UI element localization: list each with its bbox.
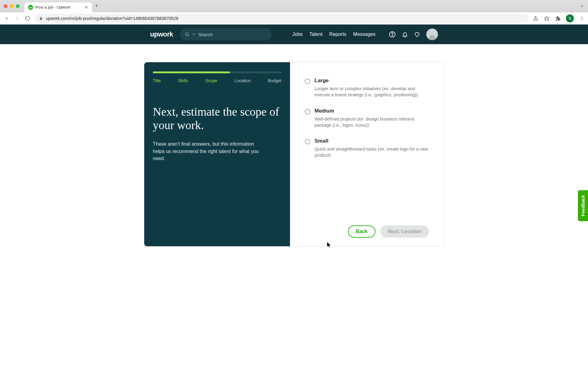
- favicon-icon: up: [28, 5, 33, 10]
- window-controls: [4, 4, 20, 8]
- help-icon[interactable]: [389, 31, 396, 38]
- bell-icon[interactable]: [402, 31, 408, 37]
- wizard-card: Title Skills Scope Location Budget Next,…: [144, 62, 444, 247]
- minimize-window-icon[interactable]: [10, 4, 13, 8]
- profile-chip[interactable]: S: [566, 14, 574, 22]
- tab-title: Post a job - Upwork: [36, 5, 70, 10]
- option-desc: Quick and straightforward tasks (ex. cre…: [315, 146, 429, 159]
- step-title: Title: [153, 78, 161, 83]
- feedback-tab[interactable]: Feedback: [578, 190, 588, 221]
- search-input[interactable]: Search: [180, 28, 272, 40]
- chevron-down-icon[interactable]: [192, 33, 196, 36]
- svg-point-3: [582, 18, 582, 19]
- step-location: Location: [235, 78, 251, 83]
- extensions-icon[interactable]: [555, 16, 560, 21]
- progress-fill: [153, 71, 230, 73]
- option-desc: Well-defined projects (ex. design busine…: [315, 116, 429, 128]
- radio-icon[interactable]: [305, 79, 310, 84]
- forward-icon[interactable]: [14, 16, 20, 21]
- browser-action-icons: S: [533, 14, 584, 22]
- browser-tab[interactable]: up Post a job - Upwork ✕: [24, 2, 92, 12]
- scope-option-small[interactable]: Small Quick and straightforward tasks (e…: [305, 138, 429, 159]
- back-button[interactable]: Back: [348, 225, 375, 238]
- search-icon: [185, 32, 190, 37]
- progress-bar: [153, 71, 281, 73]
- page-subtitle: These aren't final answers, but this inf…: [153, 140, 263, 162]
- step-scope: Scope: [205, 78, 217, 83]
- browser-tab-strip: up Post a job - Upwork ✕ +: [0, 0, 588, 12]
- avatar[interactable]: [426, 29, 438, 40]
- svg-point-5: [186, 33, 188, 36]
- radio-icon[interactable]: [305, 139, 310, 144]
- step-labels: Title Skills Scope Location Budget: [153, 78, 281, 83]
- wizard-sidebar: Title Skills Scope Location Budget Next,…: [144, 62, 290, 246]
- kebab-menu-icon[interactable]: [579, 16, 584, 21]
- browser-address-bar: upwork.com/nx/job-post/regular/duration?…: [0, 12, 588, 25]
- option-title: Small: [315, 138, 429, 144]
- nav-link-talent[interactable]: Talent: [309, 32, 322, 37]
- svg-marker-7: [193, 34, 195, 35]
- page-title: Next, estimate the scope of your work.: [153, 105, 281, 132]
- radio-icon[interactable]: [305, 109, 310, 114]
- bookmark-star-icon[interactable]: [544, 16, 549, 21]
- svg-marker-1: [545, 16, 549, 20]
- next-button[interactable]: Next: Location: [380, 225, 429, 238]
- nav-link-messages[interactable]: Messages: [353, 32, 375, 37]
- wizard-actions: Back Next: Location: [305, 225, 429, 238]
- logo[interactable]: upwork: [150, 30, 173, 38]
- back-icon[interactable]: [4, 16, 10, 21]
- tab-list-dropdown-icon[interactable]: [580, 4, 584, 8]
- scope-option-medium[interactable]: Medium Well-defined projects (ex. design…: [305, 108, 429, 128]
- step-budget: Budget: [268, 78, 281, 83]
- wizard-content: Large Longer term or complex initiatives…: [290, 62, 444, 246]
- share-icon[interactable]: [533, 16, 538, 21]
- option-title: Medium: [315, 108, 429, 114]
- lock-icon: [39, 17, 43, 20]
- svg-point-9: [392, 36, 393, 36]
- site-top-nav: upwork Search Jobs Talent Reports Messag…: [0, 25, 588, 44]
- heart-icon[interactable]: [414, 31, 420, 37]
- reload-icon[interactable]: [24, 16, 31, 21]
- cursor-icon: [327, 242, 331, 248]
- search-placeholder: Search: [198, 32, 213, 37]
- primary-nav-links: Jobs Talent Reports Messages: [292, 32, 375, 37]
- url-input[interactable]: upwork.com/nx/job-post/regular/duration?…: [35, 14, 529, 23]
- svg-line-6: [188, 35, 189, 36]
- nav-link-jobs[interactable]: Jobs: [292, 32, 303, 37]
- url-text: upwork.com/nx/job-post/regular/duration?…: [46, 16, 178, 21]
- fullscreen-window-icon[interactable]: [16, 4, 20, 8]
- nav-link-reports[interactable]: Reports: [329, 32, 346, 37]
- step-skills: Skills: [178, 78, 188, 83]
- scope-option-large[interactable]: Large Longer term or complex initiatives…: [305, 78, 429, 98]
- option-desc: Longer term or complex initiatives (ex. …: [315, 86, 429, 98]
- svg-point-2: [582, 17, 582, 17]
- svg-point-4: [582, 19, 582, 20]
- option-title: Large: [315, 78, 429, 84]
- new-tab-button[interactable]: +: [95, 3, 98, 9]
- close-tab-icon[interactable]: ✕: [85, 5, 88, 10]
- close-window-icon[interactable]: [4, 4, 7, 8]
